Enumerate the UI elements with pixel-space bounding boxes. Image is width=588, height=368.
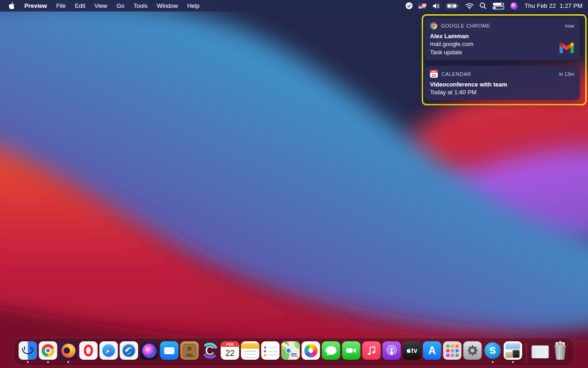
firefox-icon — [59, 341, 78, 360]
dock-item-c-app[interactable]: C — [201, 341, 219, 363]
launchpad-icon — [443, 341, 462, 360]
menu-bar-clock[interactable]: Thu Feb 22 1:27 PM — [524, 2, 582, 9]
notification-time: now — [565, 23, 574, 29]
gmail-logo-icon — [560, 42, 574, 55]
maps-icon: 280 — [282, 341, 300, 360]
facetime-icon — [342, 341, 361, 360]
dock-item-siri[interactable] — [140, 341, 158, 363]
contacts-icon — [181, 341, 199, 360]
skype-letter: S — [489, 345, 496, 356]
calendar-month: FEB — [221, 341, 239, 347]
minimized-window-thumbnail — [531, 341, 549, 360]
notification-title: Videoconference with team — [430, 80, 574, 88]
menu-bar-left: Preview File Edit View Go Tools Window H… — [6, 0, 204, 12]
spotlight-search-icon[interactable] — [480, 2, 486, 9]
podcasts-icon — [383, 341, 401, 360]
calendar-day: 22 — [221, 347, 239, 360]
gear-icon — [464, 341, 482, 360]
notification-line1: mail.google.com — [430, 40, 574, 48]
notification-time: in 13m — [559, 71, 574, 77]
app-store-icon: A — [423, 341, 441, 360]
input-source-label: PC — [422, 6, 426, 9]
dock-item-contacts[interactable] — [181, 341, 199, 363]
clock-time: 1:27 PM — [560, 2, 582, 9]
dock-item-mail[interactable] — [160, 341, 179, 363]
maps-shield-label: 280 — [291, 353, 297, 357]
messages-icon — [322, 341, 340, 360]
dock-item-safari[interactable] — [100, 341, 118, 363]
apple-logo-icon — [406, 348, 411, 353]
checkmark-icon — [406, 2, 413, 9]
notification-line2: Task update — [430, 48, 574, 57]
apple-tv-icon: tv — [403, 341, 421, 360]
dock-item-system-preferences[interactable] — [464, 341, 482, 363]
tv-label: tv — [411, 347, 417, 354]
dock-item-music[interactable] — [362, 341, 381, 363]
running-indicator — [47, 361, 49, 363]
dock-item-chrome[interactable] — [39, 341, 57, 363]
input-source-icon[interactable]: PC — [418, 3, 426, 9]
menu-bar: Preview File Edit View Go Tools Window H… — [0, 0, 588, 12]
dock-item-facetime[interactable] — [342, 341, 361, 363]
menu-item-go[interactable]: Go — [112, 0, 129, 12]
chrome-icon — [39, 341, 57, 360]
dock-item-thunderbird[interactable] — [120, 341, 138, 363]
dock-item-photos[interactable] — [302, 341, 320, 363]
dock-item-finder[interactable] — [19, 341, 37, 363]
dock-item-messages[interactable] — [322, 341, 340, 363]
menu-item-window[interactable]: Window — [152, 0, 182, 12]
dock-item-podcasts[interactable] — [383, 341, 401, 363]
dock-item-reminders[interactable] — [261, 341, 280, 363]
menu-item-view[interactable]: View — [90, 0, 112, 12]
menu-item-tools[interactable]: Tools — [129, 0, 152, 12]
notification-google-chrome[interactable]: GOOGLE CHROME now Alex Lamman mail.googl… — [424, 18, 580, 60]
apple-menu[interactable] — [8, 2, 15, 10]
dock-divider — [526, 342, 527, 362]
siri-menu-icon[interactable] — [510, 2, 518, 10]
control-center-icon[interactable] — [492, 2, 504, 10]
calendar-icon-day: 22 — [430, 73, 438, 78]
dock-item-preview[interactable] — [504, 341, 522, 363]
dock-item-trash[interactable] — [551, 341, 570, 363]
running-indicator — [512, 361, 514, 363]
dock-item-app-store[interactable]: A — [423, 341, 441, 363]
chrome-icon — [430, 22, 437, 29]
menu-bar-status: PC Thu Feb 22 1:27 PM — [406, 2, 582, 10]
battery-charging-icon[interactable] — [447, 3, 459, 9]
mail-icon — [160, 341, 179, 360]
preview-icon — [504, 341, 522, 360]
dock-item-opera[interactable] — [79, 341, 98, 363]
menu-item-edit[interactable]: Edit — [70, 0, 90, 12]
check-circle-status-icon[interactable] — [406, 2, 413, 9]
notification-header: GOOGLE CHROME now — [430, 22, 574, 29]
desktop: Preview File Edit View Go Tools Window H… — [0, 0, 588, 368]
notification-title: Alex Lamman — [430, 32, 574, 40]
us-flag-icon: PC — [418, 3, 426, 9]
c-app-letter: C — [205, 343, 215, 358]
running-indicator — [68, 361, 69, 363]
notification-app-name: CALENDAR — [441, 71, 555, 77]
notification-line1: Today at 1:40 PM — [430, 88, 574, 97]
calendar-icon: FEB 22 — [430, 70, 438, 78]
dock-item-minimized-chrome-window[interactable] — [531, 341, 549, 363]
apple-logo-icon — [8, 2, 15, 10]
notification-app-name: GOOGLE CHROME — [441, 23, 561, 29]
dock-item-tv[interactable]: tv — [403, 341, 421, 363]
dock-item-maps[interactable]: 280 — [282, 341, 300, 363]
menu-item-preview[interactable]: Preview — [20, 0, 51, 12]
notification-calendar[interactable]: FEB 22 CALENDAR in 13m Videoconference w… — [424, 66, 580, 100]
volume-icon[interactable] — [432, 3, 441, 9]
dock-item-skype[interactable]: S — [484, 341, 502, 363]
app-store-letter: A — [428, 345, 436, 357]
menu-item-help[interactable]: Help — [182, 0, 204, 12]
reminders-icon — [261, 341, 280, 360]
safari-icon — [100, 341, 118, 360]
notification-header: FEB 22 CALENDAR in 13m — [430, 70, 574, 78]
c-app-icon: C — [201, 341, 219, 360]
dock-item-launchpad[interactable] — [443, 341, 462, 363]
dock-item-firefox[interactable] — [59, 341, 78, 363]
wifi-icon[interactable] — [465, 3, 474, 9]
dock-item-calendar[interactable]: FEB 22 — [221, 341, 239, 363]
menu-item-file[interactable]: File — [51, 0, 70, 12]
dock-item-notes[interactable] — [241, 341, 260, 363]
